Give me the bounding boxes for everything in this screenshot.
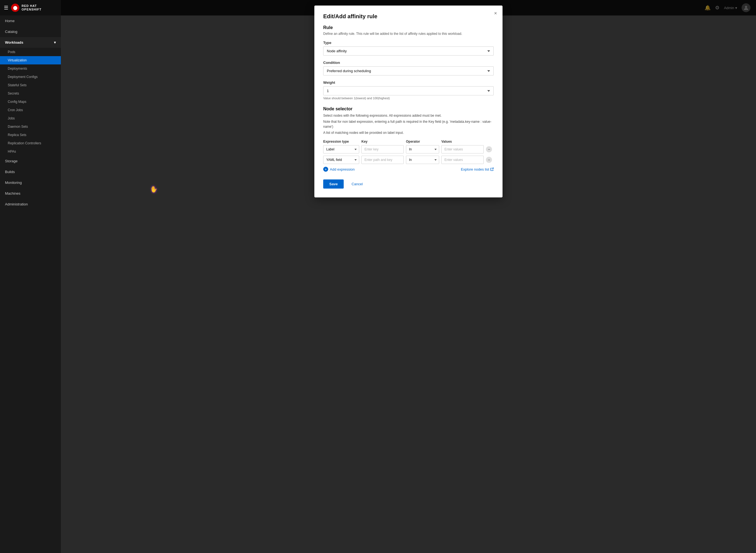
sidebar-item-daemon-sets[interactable]: Daemon Sets [0,123,61,131]
key-input-1[interactable] [361,145,404,153]
node-selector-section: Node selector Select nodes with the foll… [323,106,494,172]
sidebar-item-catalog[interactable]: Catalog [0,26,61,37]
remove-row-1-button[interactable]: − [486,146,492,152]
sidebar-item-stateful-sets[interactable]: Stateful Sets [0,81,61,89]
weight-hint: Value should between 1(lowest) and 100(h… [323,96,494,100]
col-key: Key [361,140,404,144]
sidebar-item-home[interactable]: Home [0,15,61,26]
weight-label: Weight [323,80,494,85]
weight-select[interactable]: 1 10 25 50 75 100 [323,86,494,95]
remove-row-2-button[interactable]: − [486,157,492,163]
sidebar-item-replica-sets[interactable]: Replica Sets [0,131,61,139]
type-select[interactable]: Node affinity Pod affinity Pod anti-affi… [323,47,494,56]
add-expr-row: + Add expression Explore nodes list [323,167,494,172]
sidebar-item-jobs[interactable]: Jobs [0,114,61,123]
rule-section-desc: Define an affinity rule. This rule will … [323,32,494,36]
sidebar-item-config-maps[interactable]: Config Maps [0,98,61,106]
cursor-hand: ✋ [149,185,158,193]
sidebar-item-builds[interactable]: Builds [0,166,61,177]
sidebar-item-storage[interactable]: Storage [0,156,61,166]
col-operator: Operator [406,140,439,144]
rule-section-title: Rule [323,25,494,30]
sidebar-item-hpas[interactable]: HPAs [0,147,61,156]
values-input-2[interactable] [441,156,484,164]
sidebar-item-deployments[interactable]: Deployments [0,64,61,73]
external-link-icon [490,168,494,171]
hamburger-icon[interactable]: ☰ [4,5,8,11]
sidebar-item-pods[interactable]: Pods [0,48,61,56]
sidebar-item-workloads[interactable]: Workloads ▾ [0,37,61,48]
main-area: 🔔 ⚙ Admin ▾ × Edit/Add affinity rule Rul… [61,0,756,553]
node-selector-title: Node selector [323,106,494,111]
logo-area: ⬤ RED HAT OPENSHIFT [11,4,57,12]
close-button[interactable]: × [494,10,497,16]
sidebar-item-machines[interactable]: Machines [0,188,61,199]
modal-footer: Save Cancel [323,179,494,188]
condition-label: Condition [323,61,494,65]
col-expression-type: Expression type [323,140,359,144]
type-field-group: Type Node affinity Pod affinity Pod anti… [323,41,494,56]
sidebar-item-administration[interactable]: Administration [0,199,61,210]
app-name: RED HAT OPENSHIFT [21,4,57,11]
add-expression-button[interactable]: + Add expression [323,167,355,172]
expr-type-select-1[interactable]: Label YAML field [323,145,359,153]
sidebar-item-deployment-configs[interactable]: Deployment Configs [0,73,61,81]
node-selector-desc1: Select nodes with the following expressi… [323,113,494,118]
plus-circle-icon: + [323,167,328,172]
weight-field-group: Weight 1 10 25 50 75 100 Value should be… [323,80,494,100]
sidebar-item-secrets[interactable]: Secrets [0,89,61,98]
condition-select[interactable]: Preferred during scheduling Required dur… [323,66,494,75]
expression-row-1: Label YAML field In NotIn Exists DoesNot… [323,145,494,153]
type-label: Type [323,41,494,45]
modal-title: Edit/Add affinity rule [323,13,494,20]
sidebar-item-replication-controllers[interactable]: Replication Controllers [0,139,61,147]
condition-field-group: Condition Preferred during scheduling Re… [323,61,494,75]
node-selector-desc3: A list of matching nodes will be provide… [323,130,494,135]
node-selector-desc2: Note that for non label expression, ente… [323,119,494,129]
col-values: Values [441,140,484,144]
sidebar-header: ☰ ⬤ RED HAT OPENSHIFT [0,0,61,15]
operator-select-2[interactable]: In NotIn Exists DoesNotExist Gt Lt [406,156,439,164]
sidebar: ☰ ⬤ RED HAT OPENSHIFT Home Catalog Workl… [0,0,61,553]
sidebar-item-monitoring[interactable]: Monitoring [0,177,61,188]
expression-row-2: Label YAML field In NotIn Exists DoesNot… [323,156,494,164]
sidebar-item-cron-jobs[interactable]: Cron Jobs [0,106,61,114]
key-input-2[interactable] [361,156,404,164]
sidebar-item-virtualization[interactable]: Virtualization [0,56,61,64]
expr-table-header: Expression type Key Operator Values [323,140,494,144]
modal-overlay: × Edit/Add affinity rule Rule Define an … [61,0,756,553]
operator-select-1[interactable]: In NotIn Exists DoesNotExist Gt Lt [406,145,439,153]
expr-type-select-2[interactable]: Label YAML field [323,156,359,164]
values-input-1[interactable] [441,145,484,153]
save-button[interactable]: Save [323,179,344,188]
redhat-logo: ⬤ [11,4,19,12]
cancel-button[interactable]: Cancel [347,179,367,188]
affinity-modal: × Edit/Add affinity rule Rule Define an … [314,6,502,198]
explore-nodes-link[interactable]: Explore nodes list [461,167,494,171]
